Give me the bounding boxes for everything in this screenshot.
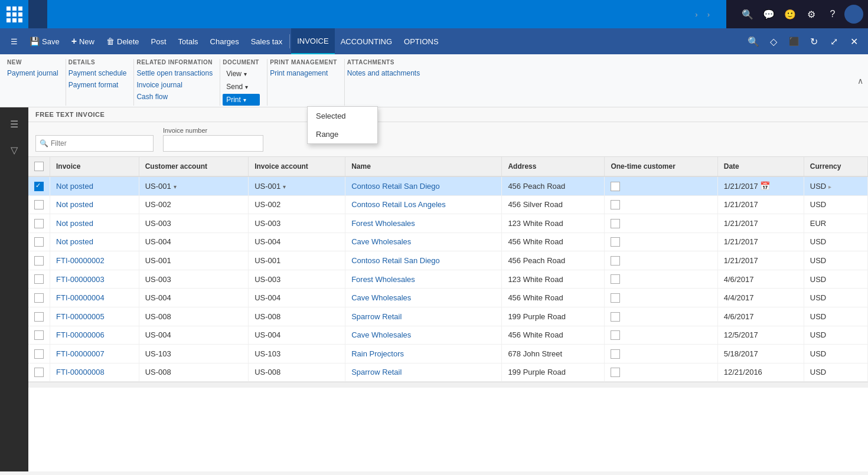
table-row[interactable]: FTI-00000005US-008US-008Sparrow Retail19… (28, 307, 868, 326)
row-one-time-customer[interactable] (605, 289, 717, 307)
cmd-refresh-icon[interactable]: ↻ (804, 32, 823, 51)
row-invoice[interactable]: Not posted (50, 176, 139, 195)
name-link[interactable]: Contoso Retail San Diego (351, 256, 440, 265)
invoice-number-input[interactable] (163, 135, 263, 152)
row-checkbox-cell[interactable] (28, 307, 50, 326)
calendar-icon[interactable]: 📅 (760, 181, 770, 191)
row-invoice[interactable]: Not posted (50, 195, 139, 214)
row-customer-account[interactable]: US-103 (139, 345, 248, 363)
one-time-customer-checkbox[interactable] (611, 200, 620, 209)
row-one-time-customer[interactable] (605, 363, 717, 382)
row-customer-account[interactable]: US-004 (139, 326, 248, 345)
invoice-link[interactable]: FTI-00000002 (56, 256, 105, 265)
row-customer-account[interactable]: US-001 (139, 251, 248, 270)
row-checkbox[interactable] (34, 219, 44, 228)
cmd-open-new-icon[interactable]: ⤢ (824, 32, 843, 51)
sidebar-filter-icon[interactable]: ▽ (2, 138, 26, 162)
row-checkbox-cell[interactable] (28, 251, 50, 270)
name-link[interactable]: Cave Wholesales (351, 237, 411, 246)
row-invoice-account[interactable]: US-008 (249, 363, 345, 382)
notes-attachments-link[interactable]: Notes and attachments (347, 68, 420, 78)
view-button[interactable]: View ▾ (223, 68, 260, 80)
row-one-time-customer[interactable] (605, 345, 717, 363)
ribbon-collapse-button[interactable]: ∧ (857, 76, 863, 86)
row-one-time-customer[interactable] (605, 195, 717, 214)
chat-button[interactable]: 💬 (759, 5, 778, 24)
one-time-customer-checkbox[interactable] (611, 219, 620, 228)
print-range-option[interactable]: Range (308, 125, 377, 143)
col-header-invoice[interactable]: Invoice (50, 157, 139, 176)
help-button[interactable]: ? (823, 5, 842, 24)
row-checkbox[interactable] (34, 312, 44, 322)
row-one-time-customer[interactable] (605, 176, 717, 195)
table-row[interactable]: Not postedUS-004US-004Cave Wholesales456… (28, 232, 868, 251)
row-checkbox[interactable] (34, 182, 44, 191)
hamburger-menu[interactable]: ☰ (5, 28, 24, 54)
invoice-link[interactable]: FTI-00000003 (56, 275, 105, 284)
name-link[interactable]: Sparrow Retail (351, 312, 402, 321)
col-header-customer-account[interactable]: Customer account (139, 157, 248, 176)
invoice-link[interactable]: FTI-00000008 (56, 368, 105, 376)
row-invoice[interactable]: FTI-00000007 (50, 345, 139, 363)
row-checkbox-cell[interactable] (28, 345, 50, 363)
row-invoice[interactable]: FTI-00000002 (50, 251, 139, 270)
row-one-time-customer[interactable] (605, 270, 717, 289)
row-invoice-account[interactable]: US-001▾ (249, 176, 345, 195)
row-invoice-account[interactable]: US-004 (249, 326, 345, 345)
cmd-close-icon[interactable]: ✕ (844, 32, 863, 51)
tab-invoice[interactable]: INVOICE (291, 28, 334, 54)
invoice-link[interactable]: FTI-00000006 (56, 330, 105, 339)
row-checkbox[interactable] (34, 330, 44, 340)
invoice-account-dropdown-arrow[interactable]: ▾ (283, 184, 286, 190)
row-checkbox[interactable] (34, 349, 44, 359)
col-header-date[interactable]: Date (717, 157, 804, 176)
row-checkbox[interactable] (34, 256, 44, 266)
row-invoice-account[interactable]: US-103 (249, 345, 345, 363)
header-checkbox[interactable] (34, 162, 44, 171)
print-management-link[interactable]: Print management (270, 68, 328, 78)
col-header-checkbox[interactable] (28, 157, 50, 176)
row-one-time-customer[interactable] (605, 214, 717, 233)
save-button[interactable]: 💾 Save (24, 28, 66, 54)
row-customer-account[interactable]: US-008 (139, 307, 248, 326)
row-invoice[interactable]: FTI-00000006 (50, 326, 139, 345)
name-link[interactable]: Sparrow Retail (351, 368, 402, 376)
name-link[interactable]: Cave Wholesales (351, 330, 411, 339)
cmd-office-icon[interactable]: ⬛ (784, 32, 803, 51)
settings-button[interactable]: ⚙ (802, 5, 821, 24)
row-checkbox-cell[interactable] (28, 214, 50, 233)
row-checkbox-cell[interactable] (28, 326, 50, 345)
col-header-invoice-account[interactable]: Invoice account (249, 157, 345, 176)
table-row[interactable]: FTI-00000007US-103US-103Rain Projectors6… (28, 345, 868, 363)
one-time-customer-checkbox[interactable] (611, 368, 620, 377)
customer-account-value[interactable]: US-001 (145, 182, 171, 191)
table-row[interactable]: Not postedUS-003US-003Forest Wholesales1… (28, 214, 868, 233)
settle-open-transactions-link[interactable]: Settle open transactions (136, 68, 213, 78)
post-button[interactable]: Post (145, 28, 172, 54)
row-one-time-customer[interactable] (605, 326, 717, 345)
name-link[interactable]: Cave Wholesales (351, 293, 411, 302)
row-checkbox[interactable] (34, 368, 44, 377)
sidebar-menu-icon[interactable]: ☰ (2, 112, 26, 136)
payment-journal-link[interactable]: Payment journal (7, 68, 58, 78)
row-customer-account[interactable]: US-002 (139, 195, 248, 214)
col-header-address[interactable]: Address (502, 157, 605, 176)
row-invoice[interactable]: FTI-00000003 (50, 270, 139, 289)
row-checkbox-cell[interactable] (28, 363, 50, 382)
row-checkbox[interactable] (34, 293, 44, 303)
row-checkbox[interactable] (34, 274, 44, 284)
row-invoice[interactable]: Not posted (50, 214, 139, 233)
table-row[interactable]: FTI-00000006US-004US-004Cave Wholesales4… (28, 326, 868, 345)
tab-options[interactable]: OPTIONS (398, 28, 445, 54)
row-invoice-account[interactable]: US-004 (249, 232, 345, 251)
send-button[interactable]: Send ▾ (223, 81, 260, 93)
name-link[interactable]: Contoso Retail San Diego (351, 182, 440, 191)
invoice-link[interactable]: FTI-00000005 (56, 312, 105, 321)
row-customer-account[interactable]: US-001▾ (139, 176, 248, 195)
one-time-customer-checkbox[interactable] (611, 182, 620, 191)
table-row[interactable]: FTI-00000003US-003US-003Forest Wholesale… (28, 270, 868, 289)
delete-button[interactable]: 🗑 Delete (100, 28, 145, 54)
row-checkbox[interactable] (34, 200, 44, 209)
row-invoice-account[interactable]: US-003 (249, 270, 345, 289)
row-checkbox-cell[interactable] (28, 176, 50, 195)
